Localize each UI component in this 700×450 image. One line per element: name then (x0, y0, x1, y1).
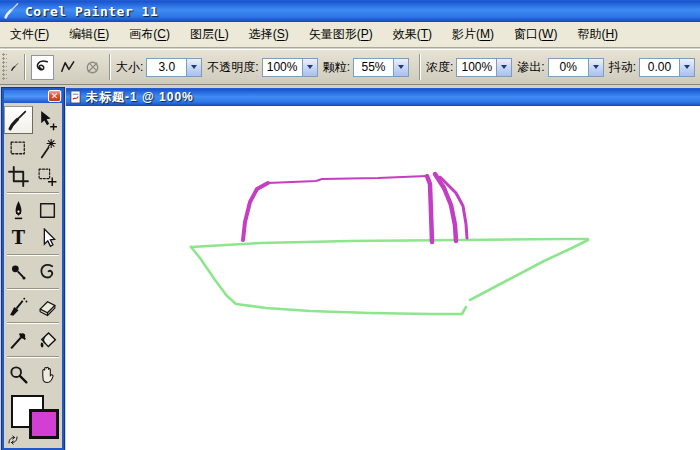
color-swatch-front[interactable] (29, 409, 59, 439)
pen-tool[interactable] (4, 196, 33, 224)
bleed-label: 渗出: (517, 59, 544, 76)
toolbox-palette: ✕ T (2, 88, 64, 450)
grain-value[interactable]: 55% (353, 58, 394, 77)
resat-value[interactable]: 100% (456, 58, 497, 77)
jitter-value[interactable]: 0.00 (639, 58, 680, 77)
size-dropdown-arrow[interactable] (187, 58, 202, 77)
rectangular-selection-tool[interactable] (4, 134, 33, 162)
menu-movie[interactable]: 影片(M) (442, 22, 504, 47)
toolbar-separator (24, 54, 26, 80)
brush-category-icon (11, 57, 19, 77)
toolbar-grip-handle[interactable] (2, 53, 7, 81)
menu-edit[interactable]: 编辑(E) (59, 22, 119, 47)
bleed-value[interactable]: 0% (548, 58, 589, 77)
opacity-dropdown-arrow[interactable] (303, 58, 318, 77)
eraser-tool[interactable] (33, 292, 62, 320)
menu-effects[interactable]: 效果(T) (383, 22, 442, 47)
svg-text:T: T (12, 228, 26, 248)
menu-shapes[interactable]: 矢量图形(P) (299, 22, 383, 47)
toolbox-divider (7, 288, 59, 290)
crop-tool[interactable] (4, 162, 33, 190)
bleed-field: 渗出:0% (517, 58, 603, 77)
rotate-page-tool[interactable] (33, 258, 62, 286)
dropper-tool[interactable] (4, 326, 33, 354)
jitter-dropdown-arrow[interactable] (680, 58, 695, 77)
cabin-right-post-1 (427, 176, 432, 242)
menu-window[interactable]: 窗口(W) (504, 22, 567, 47)
scratchboard-pen-tool[interactable] (4, 292, 33, 320)
brush-tool[interactable] (4, 106, 33, 134)
magnifier-tool[interactable] (4, 360, 33, 388)
corel-painter-app: Corel Painter 11 文件(F)编辑(E)画布(C)图层(L)选择(… (0, 0, 700, 450)
opacity-label: 不透明度: (207, 59, 258, 76)
toolbox-divider (7, 192, 59, 194)
straight-line-stroke-button[interactable] (56, 55, 79, 80)
shape-selection-tool[interactable] (33, 224, 62, 252)
document-title: 未标题-1 @ 100% (86, 89, 194, 106)
layer-adjuster-tool[interactable] (33, 106, 62, 134)
boat-sketch (66, 106, 700, 450)
toolbox-divider (7, 322, 59, 324)
grabber-hand-tool[interactable] (33, 360, 62, 388)
text-tool[interactable]: T (4, 224, 33, 252)
jitter-field: 抖动:0.00 (609, 58, 695, 77)
stroke-options-button-disabled[interactable] (81, 55, 104, 80)
menu-layers[interactable]: 图层(L) (180, 22, 239, 47)
selection-adjuster-tool[interactable] (33, 162, 62, 190)
menu-select[interactable]: 选择(S) (239, 22, 299, 47)
cabin-left-wall (243, 183, 268, 240)
document-window: 未标题-1 @ 100% (66, 88, 700, 450)
resat-label: 浓度: (426, 59, 453, 76)
property-bar: 大小:3.0不透明度:100%颗粒:55%浓度:100%渗出:0%抖动:0.00 (0, 49, 700, 85)
menu-canvas[interactable]: 画布(C) (119, 22, 180, 47)
app-title: Corel Painter 11 (25, 4, 158, 19)
app-titlebar[interactable]: Corel Painter 11 (0, 0, 700, 22)
toolbox-titlebar[interactable]: ✕ (4, 90, 62, 103)
boat-hull-right-edge (470, 240, 588, 300)
menubar: 文件(F)编辑(E)画布(C)图层(L)选择(S)矢量图形(P)效果(T)影片(… (0, 22, 700, 48)
jitter-label: 抖动: (609, 59, 636, 76)
grain-field: 颗粒:55% (323, 58, 409, 77)
document-titlebar[interactable]: 未标题-1 @ 100% (66, 88, 700, 106)
swap-colors-icon[interactable] (7, 434, 19, 446)
cloner-tool[interactable] (4, 258, 33, 286)
opacity-value[interactable]: 100% (262, 58, 303, 77)
opacity-field: 不透明度:100% (207, 58, 317, 77)
size-field: 大小:3.0 (116, 58, 202, 77)
resat-dropdown-arrow[interactable] (497, 58, 512, 77)
toolbox-divider (7, 254, 59, 256)
freehand-stroke-button[interactable] (31, 55, 54, 80)
size-label: 大小: (116, 59, 143, 76)
toolbox-close-button[interactable]: ✕ (48, 90, 61, 102)
magic-wand-tool[interactable] (33, 134, 62, 162)
bleed-dropdown-arrow[interactable] (589, 58, 604, 77)
menu-help[interactable]: 帮助(H) (567, 22, 628, 47)
toolbox-divider (7, 356, 59, 358)
grain-label: 颗粒: (323, 59, 350, 76)
color-swatch-area (4, 394, 62, 450)
grain-dropdown-arrow[interactable] (394, 58, 409, 77)
toolbar-separator (109, 54, 111, 80)
drawing-canvas[interactable] (66, 106, 700, 450)
rectangular-shape-tool[interactable] (33, 196, 62, 224)
paint-bucket-tool[interactable] (33, 326, 62, 354)
cabin-roof-line (268, 176, 427, 183)
size-value[interactable]: 3.0 (146, 58, 187, 77)
menu-file[interactable]: 文件(F) (0, 22, 59, 47)
app-brush-icon (4, 3, 20, 19)
document-icon (69, 90, 82, 104)
toolbar-separator (419, 54, 421, 80)
boat-hull-top-line (191, 239, 588, 247)
boat-hull-left-bottom (191, 247, 466, 314)
resat-field: 浓度:100% (426, 58, 512, 77)
